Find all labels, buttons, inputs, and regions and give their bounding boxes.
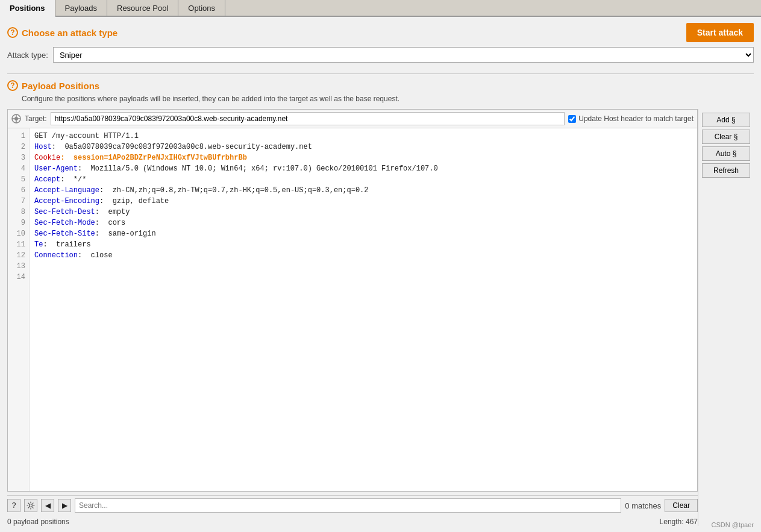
tab-payloads[interactable]: Payloads <box>55 0 107 16</box>
editor-container: Target: Update Host header to match targ… <box>7 109 754 526</box>
editor-area: Target: Update Host header to match targ… <box>7 109 698 492</box>
target-label: Target: <box>25 114 47 123</box>
watermark: CSDN @tpaer <box>712 521 754 528</box>
payload-title-group: ? Payload Positions <box>7 80 754 91</box>
payload-help-icon[interactable]: ? <box>7 80 18 91</box>
attack-type-select[interactable]: Sniper Battering ram Pitchfork Cluster b… <box>53 47 754 63</box>
tab-options[interactable]: Options <box>178 0 225 16</box>
tab-positions[interactable]: Positions <box>0 0 55 17</box>
status-bar: 0 payload positions Length: 467 <box>7 515 698 526</box>
settings-bottom-icon[interactable] <box>24 499 37 512</box>
search-clear-button[interactable]: Clear <box>665 499 698 512</box>
attack-type-header-row: ? Choose an attack type Start attack <box>7 23 754 42</box>
prev-match-icon[interactable]: ◀ <box>41 499 54 512</box>
tab-bar: Positions Payloads Resource Pool Options <box>0 0 761 17</box>
length-indicator: Length: 467 <box>660 518 698 526</box>
main-content: ? Choose an attack type Start attack Att… <box>0 17 761 532</box>
auto-section-button[interactable]: Auto § <box>702 146 750 161</box>
payload-positions-title: Payload Positions <box>22 81 99 91</box>
attack-type-label: Attack type: <box>7 51 48 60</box>
clear-section-button[interactable]: Clear § <box>702 130 750 144</box>
attack-title-group: ? Choose an attack type <box>7 27 117 38</box>
target-bar: Target: Update Host header to match targ… <box>8 110 697 128</box>
update-host-label[interactable]: Update Host header to match target <box>568 114 694 123</box>
target-icon[interactable] <box>11 114 21 124</box>
payload-positions-count: 0 payload positions <box>7 518 69 526</box>
attack-title: Choose an attack type <box>22 28 117 38</box>
bottom-search-bar: ? ◀ ▶ 0 matches Clear <box>7 495 698 515</box>
attack-type-row: Attack type: Sniper Battering ram Pitchf… <box>7 47 754 63</box>
search-input[interactable] <box>75 498 621 513</box>
target-url-input[interactable] <box>51 112 565 125</box>
code-editor[interactable]: 1 2 3 4 5 6 7 8 9 10 11 12 13 14 GET /my… <box>8 128 697 491</box>
help-bottom-icon[interactable]: ? <box>7 499 20 512</box>
attack-help-icon[interactable]: ? <box>7 27 18 38</box>
code-content: GET /my-account HTTP/1.1Host: 0a5a007803… <box>30 128 697 491</box>
svg-point-6 <box>30 504 33 507</box>
update-host-checkbox[interactable] <box>568 115 576 123</box>
side-buttons: Add § Clear § Auto § Refresh <box>698 109 754 526</box>
svg-point-1 <box>14 117 18 120</box>
editor-inner: Target: Update Host header to match targ… <box>7 109 698 526</box>
payload-description: Configure the positions where payloads w… <box>22 95 754 103</box>
section-divider <box>7 74 754 74</box>
tab-resource-pool[interactable]: Resource Pool <box>107 0 178 16</box>
add-section-button[interactable]: Add § <box>702 113 750 127</box>
payload-positions-section: ? Payload Positions Configure the positi… <box>7 80 754 526</box>
start-attack-button[interactable]: Start attack <box>686 23 754 42</box>
matches-label: 0 matches <box>625 501 661 510</box>
next-match-icon[interactable]: ▶ <box>58 499 71 512</box>
refresh-button[interactable]: Refresh <box>702 163 750 178</box>
line-numbers: 1 2 3 4 5 6 7 8 9 10 11 12 13 14 <box>8 128 30 491</box>
